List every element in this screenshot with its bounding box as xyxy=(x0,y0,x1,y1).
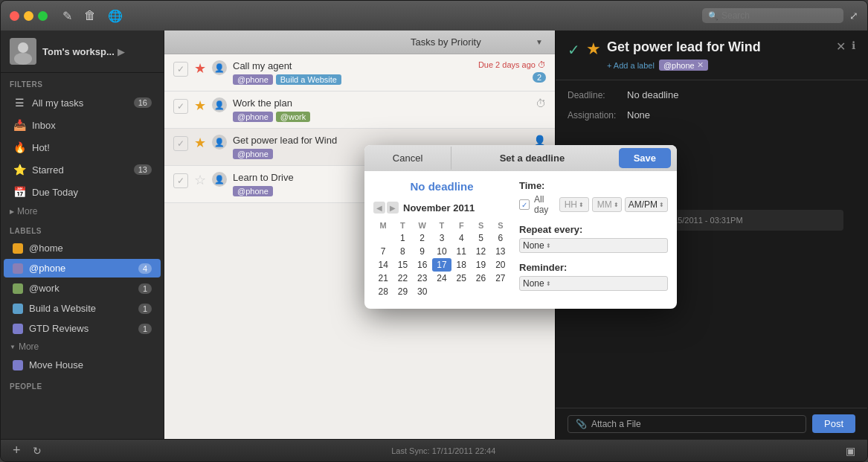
allday-checkbox[interactable]: ✓ xyxy=(519,199,530,210)
modal-cancel-button[interactable]: Cancel xyxy=(364,147,451,170)
task-tag[interactable]: Build a Website xyxy=(276,74,341,85)
detail-label-tag: @phone ✕ xyxy=(659,60,708,71)
calendar-day[interactable]: 9 xyxy=(413,245,432,258)
calendar-day[interactable]: 23 xyxy=(413,272,432,285)
task-item[interactable]: ✓ ★ 👤 Work the plan @phone @work ⏱ xyxy=(164,92,555,129)
task-star[interactable]: ★ xyxy=(194,97,206,114)
detail-check-icon[interactable]: ✓ xyxy=(568,41,580,59)
sidebar-item-build-website[interactable]: Build a Website 1 xyxy=(4,299,161,318)
label-dot-build-website xyxy=(13,304,23,314)
calendar-day[interactable]: 2 xyxy=(413,231,432,245)
sidebar-item-hot[interactable]: 🔥 Hot! xyxy=(4,137,161,158)
resize-icon[interactable]: ⤢ xyxy=(849,10,858,22)
calendar-day[interactable]: 6 xyxy=(491,231,510,245)
calendar-day[interactable]: 12 xyxy=(471,245,490,258)
sidebar-item-home[interactable]: @home xyxy=(4,239,161,257)
task-item[interactable]: ✓ ★ 👤 Call my agent @phone Build a Websi… xyxy=(164,54,555,92)
maximize-button[interactable] xyxy=(38,11,48,21)
detail-info-icon[interactable]: ℹ xyxy=(852,39,855,51)
search-bar[interactable]: 🔍 xyxy=(702,8,843,23)
calendar-day[interactable]: 20 xyxy=(491,258,510,272)
task-tag[interactable]: @phone xyxy=(233,149,273,159)
task-star[interactable]: ☆ xyxy=(194,172,206,188)
task-checkbox[interactable]: ✓ xyxy=(173,173,188,188)
calendar-day[interactable]: 25 xyxy=(451,272,471,285)
calendar-day[interactable]: 3 xyxy=(432,231,451,245)
sync-button[interactable]: ↻ xyxy=(33,445,42,457)
task-checkbox[interactable]: ✓ xyxy=(173,136,188,151)
calendar-day[interactable]: 4 xyxy=(451,231,471,245)
sidebar-item-starred[interactable]: ⭐ Starred 13 xyxy=(4,159,161,180)
calendar-day[interactable]: 10 xyxy=(432,245,451,258)
calendar-day[interactable]: 1 xyxy=(393,231,412,245)
labels-label: LABELS xyxy=(1,219,164,238)
task-tag[interactable]: @phone xyxy=(233,186,273,196)
modal-save-button[interactable]: Save xyxy=(619,148,671,168)
detail-assignation-row: Assignation: None xyxy=(568,109,855,121)
calendar-day[interactable]: 18 xyxy=(451,258,471,272)
calendar-day[interactable]: 27 xyxy=(491,272,510,285)
calendar-day[interactable]: 26 xyxy=(471,272,490,285)
task-star[interactable]: ★ xyxy=(194,135,206,151)
close-button[interactable] xyxy=(10,11,19,21)
detail-close-button[interactable]: ✕ xyxy=(836,39,846,54)
calendar-day[interactable]: 24 xyxy=(432,272,451,285)
calendar-day[interactable]: 5 xyxy=(471,231,490,245)
labels-more[interactable]: ▼ More xyxy=(1,339,164,355)
task-list-dropdown-icon[interactable]: ▼ xyxy=(536,38,543,46)
task-list-title[interactable]: Tasks by Priority xyxy=(356,36,536,48)
deadline-modal[interactable]: Cancel Set a deadline Save No deadline ◀… xyxy=(364,145,677,309)
calendar-next-button[interactable]: ▶ xyxy=(387,202,399,214)
sidebar-item-work[interactable]: @work 1 xyxy=(4,279,161,298)
minimize-button[interactable] xyxy=(24,11,33,21)
calendar: No deadline ◀ ▶ November 2011 M T xyxy=(373,180,510,300)
calendar-day[interactable]: 16 xyxy=(413,258,432,272)
calendar-day[interactable]: 14 xyxy=(373,258,393,272)
task-star[interactable]: ★ xyxy=(194,60,206,77)
add-label-button[interactable]: + Add a label xyxy=(607,61,655,70)
sidebar-item-all-tasks[interactable]: ☰ All my tasks 16 xyxy=(4,92,161,113)
globe-icon[interactable]: 🌐 xyxy=(108,9,123,23)
sidebar-item-due-today[interactable]: 📅 Due Today xyxy=(4,182,161,202)
mm-input[interactable]: MM ⬍ xyxy=(592,197,622,212)
hh-input[interactable]: HH ⬍ xyxy=(559,197,589,212)
sidebar-item-phone[interactable]: @phone 4 xyxy=(4,259,161,277)
calendar-day[interactable]: 22 xyxy=(393,272,412,285)
calendar-day[interactable]: 17 xyxy=(432,258,451,272)
attach-file-button[interactable]: 📎 Attach a File xyxy=(568,415,806,433)
repeat-select[interactable]: None ⬍ xyxy=(519,238,668,253)
edit-icon[interactable]: ✎ xyxy=(62,9,72,23)
search-input[interactable] xyxy=(721,10,838,21)
calendar-day[interactable]: 30 xyxy=(413,285,432,298)
calendar-day[interactable]: 8 xyxy=(393,245,412,258)
add-task-button[interactable]: + xyxy=(13,443,21,458)
task-tag[interactable]: @phone xyxy=(233,112,273,122)
calendar-day[interactable]: 15 xyxy=(393,258,412,272)
calendar-day[interactable]: 13 xyxy=(491,245,510,258)
calendar-day[interactable]: 28 xyxy=(373,285,393,298)
detail-star-icon[interactable]: ★ xyxy=(586,39,601,59)
reminder-select[interactable]: None ⬍ xyxy=(519,276,668,291)
calendar-day[interactable]: 29 xyxy=(393,285,412,298)
no-deadline-label[interactable]: No deadline xyxy=(373,180,510,193)
task-tag[interactable]: @phone xyxy=(233,74,273,85)
trash-icon[interactable]: 🗑 xyxy=(84,9,96,23)
calendar-day[interactable]: 7 xyxy=(373,245,393,258)
grid-view-icon[interactable]: ▣ xyxy=(846,445,855,457)
sidebar-item-gtd-reviews[interactable]: GTD Reviews 1 xyxy=(4,319,161,338)
task-checkbox[interactable]: ✓ xyxy=(173,62,188,77)
sidebar-item-inbox[interactable]: 📥 Inbox xyxy=(4,115,161,135)
task-tag[interactable]: @work xyxy=(276,112,310,122)
label-tag-remove[interactable]: ✕ xyxy=(697,60,704,70)
calendar-day[interactable]: 11 xyxy=(451,245,471,258)
calendar-prev-button[interactable]: ◀ xyxy=(373,202,385,214)
calendar-day[interactable]: 19 xyxy=(471,258,490,272)
task-checkbox[interactable]: ✓ xyxy=(173,99,188,114)
post-button[interactable]: Post xyxy=(812,414,855,433)
ampm-select[interactable]: AM/PM ⬍ xyxy=(625,197,668,212)
filters-more[interactable]: ▶ More xyxy=(1,203,164,219)
calendar-day[interactable]: 21 xyxy=(373,272,393,285)
user-header[interactable]: Tom's worksp... ▶ xyxy=(1,31,164,73)
sidebar-item-move-house[interactable]: Move House xyxy=(4,356,161,374)
label-dot-move-house xyxy=(13,360,23,370)
